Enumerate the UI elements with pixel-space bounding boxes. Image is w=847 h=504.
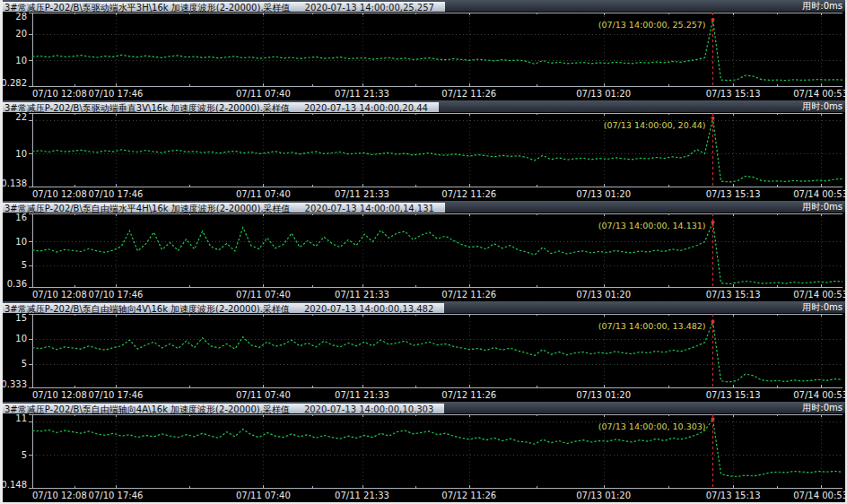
x-axis-label: 07/10 12:08 — [32, 189, 87, 199]
x-axis-label: 07/10 17:46 — [89, 290, 144, 300]
trend-panel-3v: 3#常减压P-202/B\泵驱动端垂直3V\16k 加速度波形(2-20000)… — [3, 100, 845, 201]
x-axis-labels: 07/10 12:0807/10 17:4607/11 07:4007/11 2… — [3, 389, 845, 402]
svg-text:22: 22 — [15, 112, 27, 122]
header-timestamp-value: 2020-07-13 14:00:00,10.303 — [304, 404, 433, 413]
svg-text:28: 28 — [15, 12, 27, 22]
trend-plot[interactable]: 161050.36(07/13 14:00:00, 14.131) — [3, 213, 845, 289]
x-axis-label: 07/11 07:40 — [236, 390, 291, 400]
app-window: 3#常减压P-202/B\泵驱动端水平3H\16k 加速度波形(2-20000)… — [0, 0, 847, 504]
x-axis-label: 07/12 11:26 — [441, 189, 496, 199]
peak-marker — [712, 117, 715, 120]
x-axis-label: 07/10 17:46 — [89, 189, 144, 199]
channel-title: 3#常减压P-202/B\泵自由端轴向4A\16k 加速度波形(2-20000)… — [4, 404, 290, 413]
x-axis-label: 07/10 17:46 — [89, 491, 144, 500]
panel-header[interactable]: 3#常减压P-202/B\泵自由端轴向4A\16k 加速度波形(2-20000)… — [3, 402, 845, 413]
svg-text:10: 10 — [15, 334, 27, 343]
peak-annotation: (07/13 14:00:00, 13.482) — [598, 321, 706, 331]
x-axis-label: 07/11 21:33 — [335, 491, 389, 500]
channel-title: 3#常减压P-202/B\泵自由端轴向4V\16k 加速度波形(2-20000)… — [4, 303, 290, 313]
elapsed-time: 用时:0ms — [802, 402, 843, 413]
x-axis-label: 07/11 21:33 — [335, 390, 389, 400]
svg-text:10: 10 — [15, 56, 27, 65]
x-axis-label: 07/10 17:46 — [89, 390, 144, 400]
svg-text:11: 11 — [15, 413, 27, 423]
x-axis-label: 07/10 12:08 — [32, 89, 87, 99]
header-timestamp-value: 2020-07-13 14:00:00,14.131 — [305, 203, 434, 213]
trend-plot[interactable]: 1150.148(07/13 14:00:00, 10.303) — [3, 413, 845, 490]
panel-header[interactable]: 3#常减压P-202/B\泵自由端水平4H\16k 加速度波形(2-20000)… — [3, 201, 845, 213]
x-axis-label: 07/11 07:40 — [236, 89, 291, 99]
svg-text:5: 5 — [22, 450, 27, 460]
svg-text:5: 5 — [22, 260, 27, 270]
peak-marker — [712, 18, 715, 22]
header-timestamp-value: 2020-07-13 14:00:00,20.44 — [304, 102, 428, 112]
x-axis-label: 07/12 11:26 — [441, 491, 496, 500]
svg-text:20: 20 — [15, 29, 27, 39]
x-axis-label: 07/13 15:13 — [706, 390, 761, 400]
elapsed-time: 用时:0ms — [802, 201, 843, 213]
peak-marker — [712, 417, 715, 421]
panel-header-highlight: 3#常减压P-202/B\泵自由端轴向4V\16k 加速度波形(2-20000)… — [3, 303, 444, 313]
channel-title: 3#常减压P-202/B\泵自由端水平4H\16k 加速度波形(2-20000)… — [4, 203, 291, 213]
x-axis-label: 07/12 11:26 — [441, 290, 496, 300]
panel-header-highlight: 3#常减压P-202/B\泵自由端水平4H\16k 加速度波形(2-20000)… — [3, 203, 445, 213]
trend-plot[interactable]: 151050.333(07/13 14:00:00, 13.482) — [3, 313, 845, 389]
x-axis-label: 07/13 15:13 — [706, 290, 761, 300]
panel-header-highlight: 3#常减压P-202/B\泵自由端轴向4A\16k 加速度波形(2-20000)… — [3, 404, 444, 413]
panel-header[interactable]: 3#常减压P-202/B\泵驱动端水平3H\16k 加速度波形(2-20000)… — [3, 0, 845, 12]
channel-title: 3#常减压P-202/B\泵驱动端水平3H\16k 加速度波形(2-20000)… — [4, 2, 291, 12]
x-axis-label: 07/13 01:20 — [576, 390, 631, 400]
x-axis-label: 07/14 00:53 — [793, 189, 847, 199]
svg-text:0.148: 0.148 — [3, 480, 27, 490]
trend-panel-4a: 3#常减压P-202/B\泵自由端轴向4A\16k 加速度波形(2-20000)… — [3, 402, 845, 502]
channel-title: 3#常减压P-202/B\泵驱动端垂直3V\16k 加速度波形(2-20000)… — [4, 102, 290, 112]
trend-plot[interactable]: 2820100.282(07/13 14:00:00, 25.257) — [3, 12, 845, 88]
peak-marker — [712, 319, 715, 323]
header-timestamp-value: 2020-07-13 14:00:00,25.257 — [305, 2, 434, 12]
header-timestamp-value: 2020-07-13 14:00:00,13.482 — [304, 303, 433, 313]
panel-header[interactable]: 3#常减压P-202/B\泵驱动端垂直3V\16k 加速度波形(2-20000)… — [3, 100, 845, 112]
x-axis-label: 07/10 12:08 — [32, 390, 87, 400]
x-axis-label: 07/13 15:13 — [706, 491, 761, 500]
x-axis-label: 07/13 15:13 — [706, 189, 761, 199]
x-axis-label: 07/11 07:40 — [236, 491, 291, 500]
svg-text:10: 10 — [15, 237, 27, 247]
x-axis-label: 07/11 21:33 — [335, 290, 389, 300]
panel-header-highlight: 3#常减压P-202/B\泵驱动端垂直3V\16k 加速度波形(2-20000)… — [3, 102, 439, 112]
peak-annotation: (07/13 14:00:00, 25.257) — [598, 20, 706, 30]
svg-text:0.333: 0.333 — [3, 379, 27, 389]
x-axis-labels: 07/10 12:0807/10 17:4607/11 07:4007/11 2… — [3, 490, 845, 502]
panel-header-highlight: 3#常减压P-202/B\泵驱动端水平3H\16k 加速度波形(2-20000)… — [3, 2, 445, 12]
x-axis-label: 07/12 11:26 — [441, 390, 496, 400]
peak-annotation: (07/13 14:00:00, 14.131) — [598, 221, 706, 230]
svg-text:16: 16 — [15, 213, 27, 222]
trend-panel-3h: 3#常减压P-202/B\泵驱动端水平3H\16k 加速度波形(2-20000)… — [3, 0, 845, 100]
x-axis-label: 07/14 00:53 — [793, 89, 847, 99]
svg-text:0.36: 0.36 — [7, 279, 27, 289]
svg-text:15: 15 — [15, 313, 27, 323]
trend-panel-4v: 3#常减压P-202/B\泵自由端轴向4V\16k 加速度波形(2-20000)… — [3, 301, 845, 402]
x-axis-label: 07/14 00:53 — [793, 491, 847, 500]
svg-text:0.282: 0.282 — [3, 78, 27, 88]
x-axis-label: 07/10 17:46 — [89, 89, 144, 99]
x-axis-label: 07/11 21:33 — [335, 89, 389, 99]
x-axis-labels: 07/10 12:0807/10 17:4607/11 07:4007/11 2… — [3, 88, 845, 100]
x-axis-label: 07/11 07:40 — [236, 290, 291, 300]
peak-annotation: (07/13 14:00:00, 10.303) — [598, 421, 706, 431]
trend-panel-4h: 3#常减压P-202/B\泵自由端水平4H\16k 加速度波形(2-20000)… — [3, 201, 845, 301]
x-axis-label: 07/11 07:40 — [236, 189, 291, 199]
x-axis-label: 07/12 11:26 — [441, 89, 496, 99]
trend-plot[interactable]: 22100.138(07/13 14:00:00, 20.44) — [3, 112, 845, 188]
x-axis-label: 07/13 01:20 — [576, 89, 631, 99]
x-axis-label: 07/14 00:53 — [793, 390, 847, 400]
peak-marker — [712, 221, 715, 224]
svg-text:0.138: 0.138 — [3, 178, 27, 188]
x-axis-label: 07/13 15:13 — [706, 89, 761, 99]
x-axis-labels: 07/10 12:0807/10 17:4607/11 07:4007/11 2… — [3, 188, 845, 201]
x-axis-label: 07/11 21:33 — [335, 189, 389, 199]
svg-text:10: 10 — [15, 149, 27, 159]
x-axis-label: 07/10 12:08 — [32, 290, 87, 300]
x-axis-label: 07/13 01:20 — [576, 189, 631, 199]
panel-header[interactable]: 3#常减压P-202/B\泵自由端轴向4V\16k 加速度波形(2-20000)… — [3, 301, 845, 313]
elapsed-time: 用时:0ms — [802, 100, 843, 112]
